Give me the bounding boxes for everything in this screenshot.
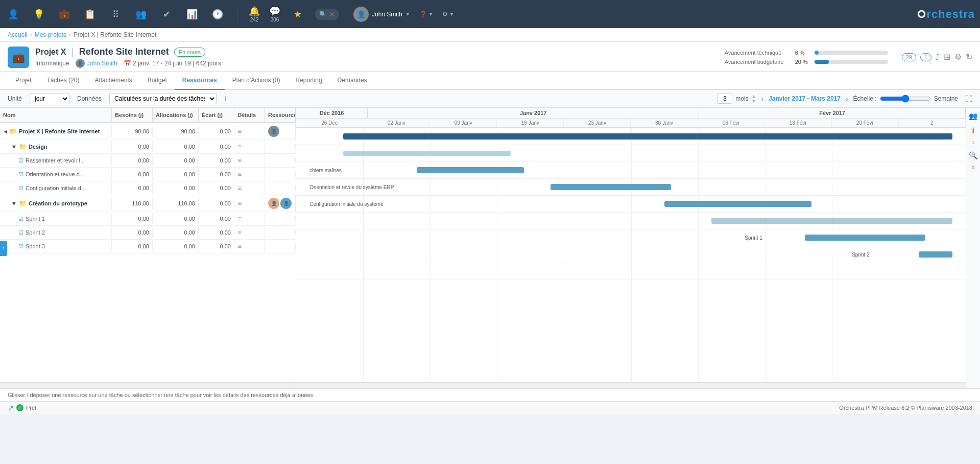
row-details-1: ≡ — [234, 140, 265, 153]
tech-progress-value: 6 % — [795, 50, 810, 56]
tab-reporting[interactable]: Reporting — [288, 72, 330, 90]
months-up-arrow[interactable]: ▲ — [752, 94, 756, 99]
rs-zoom-icon[interactable]: 🔍 — [969, 151, 977, 159]
donnees-select[interactable]: Calculées sur la durée des tâches/p — [109, 93, 217, 104]
table-scrollbar[interactable] — [0, 382, 296, 388]
next-period-button[interactable]: › — [844, 94, 850, 104]
row-details-2: ≡ — [234, 154, 265, 167]
badge-29[interactable]: 29 — [902, 53, 916, 61]
months-control: mois ▲ ▼ ‹ Janvier 2017 - Mars 2017 › Éc… — [717, 94, 972, 104]
nav-profile-icon[interactable]: 👤 — [5, 6, 21, 22]
scale-value: Semaine — [934, 95, 958, 102]
breadcrumb: Accueil › Mes projets › Projet X | Refon… — [0, 28, 980, 42]
rs-badge-0: 0 — [972, 166, 974, 170]
gantt-week-23jan: 23 Janv — [564, 119, 631, 127]
row-name-2: ☑ Rassembler et revoir l... — [0, 155, 112, 167]
nav-check-icon[interactable]: ✔ — [158, 6, 175, 22]
header-actions: 29 1 ⤴ ⊞ ⚙ ↻ — [902, 52, 972, 62]
nav-calendar-icon[interactable]: 📋 — [82, 6, 98, 22]
gantt-week-30jan: 30 Janv — [631, 119, 698, 127]
project-owner-link[interactable]: 👤 John Smith — [76, 59, 117, 68]
nav-search-area[interactable]: 🔍 ✕ — [315, 9, 339, 20]
settings-gear-icon[interactable]: ⚙ — [954, 52, 962, 62]
project-dates: 📅 2 janv. 17 - 24 juin 19 | 642 jours — [124, 60, 221, 67]
gantt-empty-space — [296, 280, 966, 382]
status-link-icon[interactable]: ↗ — [8, 404, 14, 412]
row-alloc-2: 0,00 — [153, 155, 199, 166]
expand-icon[interactable]: ⛶ — [965, 95, 972, 103]
details-menu-0[interactable]: ≡ — [237, 127, 242, 135]
left-sidebar-toggle[interactable]: › — [0, 241, 7, 256]
months-down-arrow[interactable]: ▼ — [752, 99, 756, 104]
gantt-bar-sprint1[interactable] — [805, 235, 925, 241]
rs-people-icon[interactable]: 👥 — [969, 112, 977, 120]
prev-period-button[interactable]: ‹ — [759, 94, 766, 104]
nav-chart-icon[interactable]: 📊 — [184, 6, 200, 22]
gantt-bar-design[interactable] — [343, 151, 511, 156]
gantt-months-row: Déc 2016 Janv 2017 Févr 2017 — [296, 108, 966, 119]
row-ecart-2: 0,00 — [199, 155, 234, 166]
donnees-info-icon[interactable]: ℹ — [224, 95, 227, 103]
months-input[interactable] — [717, 94, 732, 104]
collapse-icon-5[interactable]: ▼ — [11, 200, 17, 206]
refresh-icon[interactable]: ↻ — [966, 52, 972, 62]
gantt-bar-orientation[interactable] — [551, 184, 671, 190]
tab-demandes[interactable]: Demandes — [330, 72, 375, 90]
badge-1[interactable]: 1 — [920, 53, 931, 61]
details-menu-8[interactable]: ≡ — [237, 242, 242, 250]
gantt-bar-prototype[interactable] — [711, 218, 952, 224]
resources-toolbar: Unité jour semaine mois Données Calculée… — [0, 90, 980, 108]
unite-select[interactable]: jour semaine mois — [30, 93, 69, 104]
grid-icon[interactable]: ⊞ — [944, 52, 950, 62]
gantt-label-config: Configuration initiale du système — [309, 201, 384, 207]
user-avatar: 👤 — [353, 7, 369, 22]
rs-alert-icon[interactable]: ℹ — [972, 126, 974, 134]
help-menu[interactable]: ❓▼ — [419, 11, 433, 18]
share-icon[interactable]: ⤴ — [936, 53, 940, 62]
details-menu-5[interactable]: ≡ — [237, 199, 242, 207]
collapse-icon-1[interactable]: ▼ — [11, 144, 17, 150]
resource-avatar-0: 👤 — [268, 126, 279, 137]
gantt-bar-config[interactable] — [664, 201, 811, 207]
project-header: 💼 Projet X | Refonte Site Internet En co… — [0, 42, 980, 72]
user-menu[interactable]: 👤 John Smith ▼ — [353, 7, 410, 22]
nav-hierarchy-icon[interactable]: ⠿ — [107, 6, 124, 22]
breadcrumb-accueil[interactable]: Accueil — [8, 31, 28, 38]
details-menu-2[interactable]: ≡ — [237, 156, 242, 165]
details-menu-6[interactable]: ≡ — [237, 215, 242, 223]
tab-attachements[interactable]: Attachements — [87, 72, 139, 90]
nav-star-icon[interactable]: ★ — [290, 6, 306, 22]
row-alloc-8: 0,00 — [153, 241, 199, 252]
gantt-bar-project-main[interactable] — [343, 133, 952, 140]
scale-slider[interactable] — [880, 95, 931, 103]
nav-people-icon[interactable]: 👥 — [133, 6, 149, 22]
tab-budget[interactable]: Budget — [140, 72, 175, 90]
gantt-bar-sprint2[interactable] — [919, 251, 952, 258]
nav-notifications-1[interactable]: 🔔 242 — [249, 6, 260, 22]
details-menu-4[interactable]: ≡ — [237, 184, 242, 192]
resources-table: Nom Besoins (j) Allocations (j) Écart (j… — [0, 108, 296, 388]
details-menu-1[interactable]: ≡ — [237, 143, 242, 151]
tab-projet[interactable]: Projet — [8, 72, 39, 90]
gantt-bar-rassembler[interactable] — [417, 167, 524, 173]
details-menu-7[interactable]: ≡ — [237, 228, 242, 237]
tab-ressources[interactable]: Ressources — [175, 72, 225, 90]
gantt-scrollbar[interactable] — [296, 382, 966, 388]
nav-lightbulb-icon[interactable]: 💡 — [31, 6, 47, 22]
nav-briefcase-icon[interactable]: 💼 — [56, 6, 73, 22]
months-spinner[interactable]: ▲ ▼ — [752, 94, 756, 104]
row-ecart-6: 0,00 — [199, 213, 234, 224]
tab-plan-actions[interactable]: Plan d'Actions (0) — [225, 72, 288, 90]
collapse-icon-0[interactable]: ◂ — [4, 128, 7, 135]
gantt-row-1 — [296, 145, 966, 162]
tab-taches[interactable]: Tâches (20) — [39, 72, 87, 90]
nav-notifications-2[interactable]: 💬 306 — [269, 6, 280, 22]
top-navigation: 👤 💡 💼 📋 ⠿ 👥 ✔ 📊 🕐 🔔 242 💬 306 ★ 🔍 ✕ 👤 Jo… — [0, 0, 980, 28]
details-menu-3[interactable]: ≡ — [237, 170, 242, 178]
settings-menu[interactable]: ⚙▼ — [442, 11, 454, 18]
nav-clock-icon[interactable]: 🕐 — [209, 6, 226, 22]
right-sidebar: 👥 ℹ 1 🔍 0 — [966, 108, 980, 388]
row-besoins-8: 0,00 — [112, 241, 153, 252]
breadcrumb-mes-projets[interactable]: Mes projets — [35, 31, 66, 38]
row-name-6: ☑ Sprint 1 — [0, 213, 112, 225]
